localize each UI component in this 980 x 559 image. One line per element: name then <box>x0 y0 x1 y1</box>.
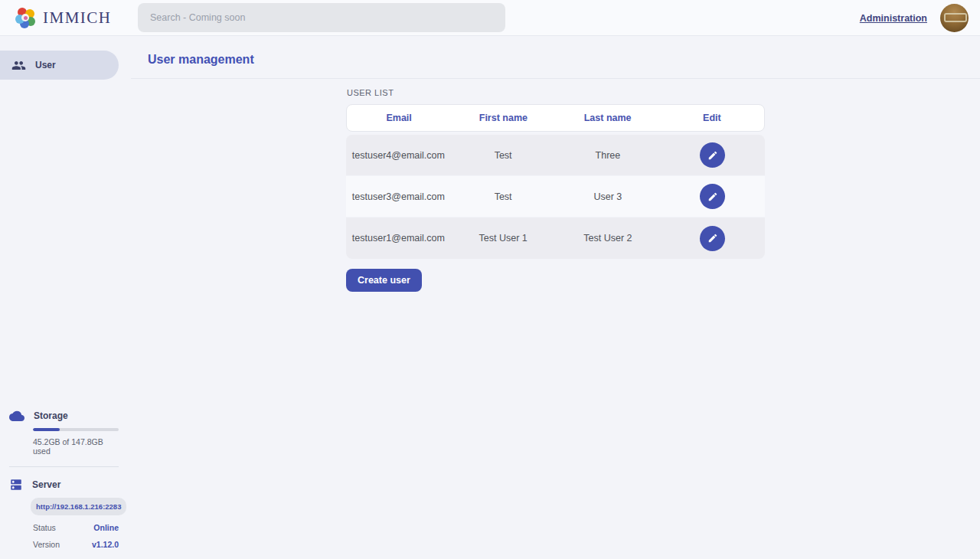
user-list-label: USER LIST <box>347 88 765 97</box>
column-header-edit: Edit <box>660 113 764 123</box>
cell-last-name: Test User 2 <box>556 233 661 244</box>
main-panel: User management USER LIST Email First na… <box>131 36 980 558</box>
server-status-value: Online <box>93 523 119 532</box>
user-avatar[interactable] <box>940 4 969 32</box>
sidebar-item-user-label: User <box>35 60 56 70</box>
brand-title: IMMICH <box>43 8 112 28</box>
column-header-first-name: First name <box>451 113 555 123</box>
storage-usage-text: 45.2GB of 147.8GB used <box>33 437 119 456</box>
pencil-icon <box>707 150 718 161</box>
table-row: testuser4@email.com Test Three <box>346 135 765 176</box>
top-bar: IMMICH Administration <box>0 0 980 36</box>
table-row: testuser3@email.com Test User 3 <box>346 176 765 217</box>
cell-first-name: Test User 1 <box>451 233 556 244</box>
page-title: User management <box>148 53 980 67</box>
server-icon <box>9 478 23 492</box>
immich-flower-icon <box>15 8 36 28</box>
edit-user-button[interactable] <box>700 142 725 168</box>
sidebar: User Storage 45.2GB of 147.8GB used Serv… <box>0 36 131 558</box>
cell-last-name: Three <box>556 150 661 161</box>
immich-logo[interactable]: IMMICH <box>15 0 112 36</box>
administration-link[interactable]: Administration <box>860 13 927 24</box>
cell-email: testuser3@email.com <box>346 191 451 202</box>
sidebar-status-panel: Storage 45.2GB of 147.8GB used Server ht… <box>0 410 131 549</box>
sidebar-item-user[interactable]: User <box>0 51 119 80</box>
storage-title: Storage <box>34 410 68 421</box>
server-version-value: v1.12.0 <box>92 540 119 549</box>
pencil-icon <box>707 233 718 244</box>
edit-user-button[interactable] <box>700 184 725 209</box>
edit-user-button[interactable] <box>700 226 725 251</box>
server-url-badge: http://192.168.1.216:2283 <box>31 498 126 515</box>
sidebar-divider <box>9 466 119 467</box>
cell-email: testuser4@email.com <box>346 150 451 161</box>
column-header-last-name: Last name <box>556 113 660 123</box>
column-header-email: Email <box>347 113 451 123</box>
server-title: Server <box>32 479 60 490</box>
table-row: testuser1@email.com Test User 1 Test Use… <box>346 217 765 259</box>
user-table-header: Email First name Last name Edit <box>346 104 765 132</box>
users-group-icon <box>11 58 26 73</box>
storage-progress-bar <box>33 428 119 431</box>
title-divider <box>131 78 980 79</box>
search-input[interactable] <box>138 3 505 32</box>
create-user-button[interactable]: Create user <box>346 269 422 292</box>
cell-last-name: User 3 <box>556 191 661 202</box>
cell-first-name: Test <box>451 191 556 202</box>
pencil-icon <box>707 191 718 202</box>
server-status-label: Status <box>33 523 56 532</box>
cell-first-name: Test <box>451 150 556 161</box>
user-table-body: testuser4@email.com Test Three testuser3… <box>346 135 765 259</box>
server-version-label: Version <box>33 540 60 549</box>
storage-progress-fill <box>33 428 60 431</box>
cell-email: testuser1@email.com <box>346 233 451 244</box>
cloud-icon <box>9 410 24 422</box>
